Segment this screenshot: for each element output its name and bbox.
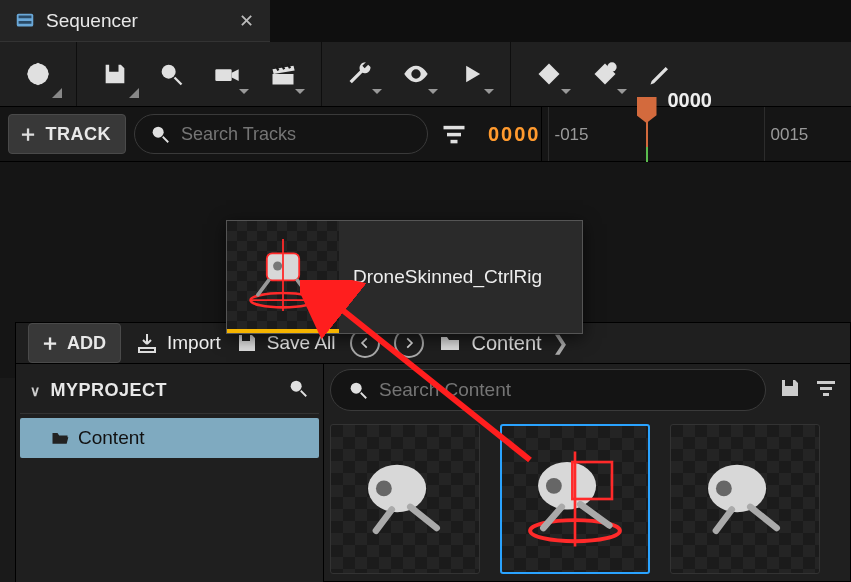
svg-rect-5: [215, 69, 231, 81]
drag-asset-name: DroneSkinned_CtrlRig: [339, 221, 582, 333]
svg-point-23: [351, 383, 362, 394]
plus-icon: ＋: [17, 119, 40, 149]
add-track-button[interactable]: ＋ TRACK: [8, 114, 126, 154]
tick-label: 0015: [771, 125, 809, 145]
search-icon: [347, 379, 369, 401]
svg-rect-2: [19, 21, 32, 24]
tree-search-button[interactable]: [287, 377, 309, 404]
search-content-field[interactable]: [379, 379, 749, 401]
tree-header[interactable]: ∨ MYPROJECT: [20, 368, 319, 414]
save-filter-button[interactable]: [778, 376, 802, 404]
chevron-right-icon: ❯: [552, 331, 569, 355]
search-tracks-field[interactable]: [181, 124, 413, 145]
clapboard-button[interactable]: [259, 50, 307, 98]
svg-marker-7: [539, 64, 560, 85]
current-frame[interactable]: 0000: [488, 123, 541, 146]
svg-point-9: [607, 62, 616, 71]
filter-button[interactable]: [440, 120, 468, 148]
track-header-row: ＋ TRACK 0000 0000 -015 0015: [0, 107, 851, 162]
search-button[interactable]: [147, 50, 195, 98]
svg-rect-1: [19, 15, 32, 18]
tree-item-label: Content: [78, 427, 145, 449]
svg-point-32: [546, 478, 562, 494]
folder-icon: [438, 331, 462, 355]
arrow-left-icon: [358, 336, 372, 350]
close-icon[interactable]: ✕: [236, 10, 256, 32]
tick-label: -015: [555, 125, 589, 145]
asset-thumbnail[interactable]: [670, 424, 820, 574]
plus-icon: ＋: [39, 328, 61, 358]
import-icon: [135, 331, 159, 355]
camera-button[interactable]: [203, 50, 251, 98]
folder-open-icon: [50, 428, 70, 448]
svg-point-4: [162, 65, 176, 79]
timeline-ruler[interactable]: 0000 -015 0015: [541, 107, 852, 161]
play-button[interactable]: [448, 50, 496, 98]
world-button[interactable]: [14, 50, 62, 98]
svg-rect-12: [447, 133, 461, 137]
breadcrumb[interactable]: Content ❯: [438, 331, 569, 355]
asset-thumbnail[interactable]: [500, 424, 650, 574]
svg-point-28: [376, 481, 392, 497]
search-icon: [149, 123, 171, 145]
tab-title: Sequencer: [46, 10, 226, 32]
import-button[interactable]: Import: [135, 331, 221, 355]
project-name: MYPROJECT: [51, 380, 168, 401]
tree-item-content[interactable]: Content: [20, 418, 319, 458]
chevron-down-icon: ∨: [30, 383, 41, 399]
asset-grid: [324, 416, 850, 582]
settings-filter-button[interactable]: [814, 376, 838, 404]
autokey-button[interactable]: [581, 50, 629, 98]
save-icon: [235, 331, 259, 355]
keyframe-button[interactable]: [525, 50, 573, 98]
save-button[interactable]: [91, 50, 139, 98]
breadcrumb-label: Content: [472, 332, 542, 355]
cb-main: [324, 364, 850, 582]
asset-thumbnail[interactable]: [330, 424, 480, 574]
svg-rect-13: [451, 140, 458, 144]
filter-icon: [814, 376, 838, 400]
save-all-button[interactable]: Save All: [235, 331, 336, 355]
sequencer-toolbar: [0, 42, 851, 107]
drag-preview: DroneSkinned_CtrlRig: [226, 220, 583, 334]
tab-sequencer[interactable]: Sequencer ✕: [0, 0, 270, 42]
save-icon: [778, 376, 802, 400]
svg-rect-24: [817, 381, 835, 384]
playhead-label: 0000: [668, 89, 713, 112]
search-icon: [287, 377, 309, 399]
content-browser: ＋ ADD Import Save All Content ❯ ∨ MYPROJ…: [15, 322, 851, 582]
svg-point-22: [291, 381, 302, 392]
wrench-button[interactable]: [336, 50, 384, 98]
search-content-input[interactable]: [330, 369, 766, 411]
sequencer-icon: [14, 10, 36, 32]
import-label: Import: [167, 332, 221, 354]
add-content-button[interactable]: ＋ ADD: [28, 323, 121, 363]
add-track-label: TRACK: [46, 124, 112, 145]
svg-point-10: [153, 127, 164, 138]
title-bar: Sequencer ✕: [0, 0, 851, 42]
svg-rect-11: [444, 126, 465, 129]
svg-point-35: [716, 481, 732, 497]
cb-source-tree: ∨ MYPROJECT Content: [16, 364, 324, 582]
svg-rect-26: [823, 393, 829, 396]
svg-point-17: [273, 262, 282, 271]
search-tracks-input[interactable]: [134, 114, 428, 154]
arrow-right-icon: [402, 336, 416, 350]
eye-button[interactable]: [392, 50, 440, 98]
save-all-label: Save All: [267, 332, 336, 354]
svg-marker-6: [466, 66, 480, 82]
svg-rect-25: [820, 387, 832, 390]
add-label: ADD: [67, 333, 106, 354]
drag-thumbnail: [227, 221, 339, 333]
